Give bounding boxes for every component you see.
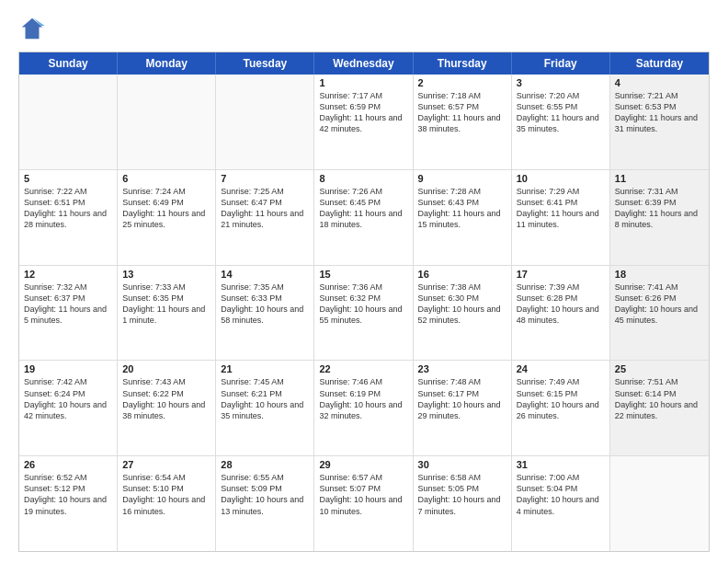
cell-details: Sunrise: 7:41 AM Sunset: 6:26 PM Dayligh… [615,282,704,327]
day-number: 13 [122,269,210,280]
day-number: 20 [122,363,210,374]
calendar-cell: 13Sunrise: 7:33 AM Sunset: 6:35 PM Dayli… [118,266,216,361]
calendar-cell: 4Sunrise: 7:21 AM Sunset: 6:53 PM Daylig… [610,75,709,169]
day-number: 18 [615,269,704,280]
cell-details: Sunrise: 7:49 AM Sunset: 6:15 PM Dayligh… [517,376,605,421]
header-day-saturday: Saturday [610,52,709,75]
day-number: 3 [517,77,605,88]
cell-details: Sunrise: 7:45 AM Sunset: 6:21 PM Dayligh… [221,376,309,421]
calendar-cell: 8Sunrise: 7:26 AM Sunset: 6:45 PM Daylig… [314,170,413,265]
day-number: 23 [418,363,506,374]
calendar-cell: 27Sunrise: 6:54 AM Sunset: 5:10 PM Dayli… [118,456,216,551]
cell-details: Sunrise: 7:00 AM Sunset: 5:04 PM Dayligh… [517,472,605,517]
header-day-monday: Monday [118,52,216,75]
calendar-row-2: 12Sunrise: 7:32 AM Sunset: 6:37 PM Dayli… [19,266,709,362]
calendar-row-4: 26Sunrise: 6:52 AM Sunset: 5:12 PM Dayli… [19,456,709,551]
cell-details: Sunrise: 6:55 AM Sunset: 5:09 PM Dayligh… [221,472,309,517]
calendar-row-0: 1Sunrise: 7:17 AM Sunset: 6:59 PM Daylig… [19,75,709,170]
calendar-cell [216,75,314,169]
calendar-cell [118,75,216,169]
page: SundayMondayTuesdayWednesdayThursdayFrid… [0,0,728,563]
day-number: 31 [517,459,605,470]
cell-details: Sunrise: 7:39 AM Sunset: 6:28 PM Dayligh… [517,282,605,327]
day-number: 26 [24,459,112,470]
calendar-cell: 15Sunrise: 7:36 AM Sunset: 6:32 PM Dayli… [314,266,413,361]
calendar-cell: 21Sunrise: 7:45 AM Sunset: 6:21 PM Dayli… [216,361,314,455]
calendar-cell: 12Sunrise: 7:32 AM Sunset: 6:37 PM Dayli… [19,266,118,361]
calendar-cell: 5Sunrise: 7:22 AM Sunset: 6:51 PM Daylig… [19,170,118,265]
cell-details: Sunrise: 7:32 AM Sunset: 6:37 PM Dayligh… [24,282,112,327]
calendar-cell: 29Sunrise: 6:57 AM Sunset: 5:07 PM Dayli… [314,456,413,551]
day-number: 8 [319,173,407,184]
day-number: 2 [418,77,506,88]
header-day-thursday: Thursday [414,52,512,75]
cell-details: Sunrise: 7:17 AM Sunset: 6:59 PM Dayligh… [319,90,407,135]
calendar-cell: 23Sunrise: 7:48 AM Sunset: 6:17 PM Dayli… [414,361,512,455]
calendar-cell: 9Sunrise: 7:28 AM Sunset: 6:43 PM Daylig… [414,170,512,265]
calendar-cell: 28Sunrise: 6:55 AM Sunset: 5:09 PM Dayli… [216,456,314,551]
day-number: 28 [221,459,309,470]
cell-details: Sunrise: 7:25 AM Sunset: 6:47 PM Dayligh… [221,186,309,231]
calendar-cell: 3Sunrise: 7:20 AM Sunset: 6:55 PM Daylig… [512,75,610,169]
calendar-cell: 7Sunrise: 7:25 AM Sunset: 6:47 PM Daylig… [216,170,314,265]
calendar-cell: 22Sunrise: 7:46 AM Sunset: 6:19 PM Dayli… [314,361,413,455]
day-number: 15 [319,269,407,280]
cell-details: Sunrise: 7:22 AM Sunset: 6:51 PM Dayligh… [24,186,112,231]
calendar-cell: 16Sunrise: 7:38 AM Sunset: 6:30 PM Dayli… [414,266,512,361]
header-day-sunday: Sunday [19,52,118,75]
calendar-cell: 6Sunrise: 7:24 AM Sunset: 6:49 PM Daylig… [118,170,216,265]
calendar-row-3: 19Sunrise: 7:42 AM Sunset: 6:24 PM Dayli… [19,361,709,456]
cell-details: Sunrise: 7:28 AM Sunset: 6:43 PM Dayligh… [418,186,506,231]
header-day-tuesday: Tuesday [216,52,314,75]
cell-details: Sunrise: 7:24 AM Sunset: 6:49 PM Dayligh… [122,186,210,231]
day-number: 6 [122,173,210,184]
cell-details: Sunrise: 7:48 AM Sunset: 6:17 PM Dayligh… [418,376,506,421]
cell-details: Sunrise: 7:18 AM Sunset: 6:57 PM Dayligh… [418,90,506,135]
calendar-cell: 25Sunrise: 7:51 AM Sunset: 6:14 PM Dayli… [610,361,709,455]
calendar-cell: 24Sunrise: 7:49 AM Sunset: 6:15 PM Dayli… [512,361,610,455]
calendar-cell: 2Sunrise: 7:18 AM Sunset: 6:57 PM Daylig… [414,75,512,169]
calendar-cell: 14Sunrise: 7:35 AM Sunset: 6:33 PM Dayli… [216,266,314,361]
calendar-cell: 30Sunrise: 6:58 AM Sunset: 5:05 PM Dayli… [414,456,512,551]
day-number: 9 [418,173,506,184]
cell-details: Sunrise: 7:43 AM Sunset: 6:22 PM Dayligh… [122,376,210,421]
cell-details: Sunrise: 7:36 AM Sunset: 6:32 PM Dayligh… [319,282,407,327]
cell-details: Sunrise: 7:31 AM Sunset: 6:39 PM Dayligh… [615,186,704,231]
logo-icon [18,15,46,42]
day-number: 14 [221,269,309,280]
calendar: SundayMondayTuesdayWednesdayThursdayFrid… [18,52,710,552]
header [18,15,710,42]
header-day-friday: Friday [512,52,610,75]
cell-details: Sunrise: 7:38 AM Sunset: 6:30 PM Dayligh… [418,282,506,327]
cell-details: Sunrise: 6:57 AM Sunset: 5:07 PM Dayligh… [319,472,407,517]
calendar-cell: 19Sunrise: 7:42 AM Sunset: 6:24 PM Dayli… [19,361,118,455]
day-number: 10 [517,173,605,184]
cell-details: Sunrise: 7:21 AM Sunset: 6:53 PM Dayligh… [615,90,704,135]
calendar-cell: 18Sunrise: 7:41 AM Sunset: 6:26 PM Dayli… [610,266,709,361]
day-number: 25 [615,363,704,374]
cell-details: Sunrise: 6:54 AM Sunset: 5:10 PM Dayligh… [122,472,210,517]
cell-details: Sunrise: 7:20 AM Sunset: 6:55 PM Dayligh… [517,90,605,135]
cell-details: Sunrise: 7:46 AM Sunset: 6:19 PM Dayligh… [319,376,407,421]
day-number: 30 [418,459,506,470]
cell-details: Sunrise: 6:52 AM Sunset: 5:12 PM Dayligh… [24,472,112,517]
cell-details: Sunrise: 7:33 AM Sunset: 6:35 PM Dayligh… [122,282,210,327]
calendar-cell: 17Sunrise: 7:39 AM Sunset: 6:28 PM Dayli… [512,266,610,361]
day-number: 19 [24,363,112,374]
cell-details: Sunrise: 7:26 AM Sunset: 6:45 PM Dayligh… [319,186,407,231]
svg-marker-0 [22,18,43,40]
calendar-cell [610,456,709,551]
calendar-cell: 10Sunrise: 7:29 AM Sunset: 6:41 PM Dayli… [512,170,610,265]
calendar-cell: 1Sunrise: 7:17 AM Sunset: 6:59 PM Daylig… [314,75,413,169]
calendar-row-1: 5Sunrise: 7:22 AM Sunset: 6:51 PM Daylig… [19,170,709,266]
calendar-cell [19,75,118,169]
day-number: 7 [221,173,309,184]
cell-details: Sunrise: 7:29 AM Sunset: 6:41 PM Dayligh… [517,186,605,231]
day-number: 29 [319,459,407,470]
day-number: 4 [615,77,704,88]
day-number: 22 [319,363,407,374]
cell-details: Sunrise: 6:58 AM Sunset: 5:05 PM Dayligh… [418,472,506,517]
calendar-cell: 31Sunrise: 7:00 AM Sunset: 5:04 PM Dayli… [512,456,610,551]
calendar-cell: 11Sunrise: 7:31 AM Sunset: 6:39 PM Dayli… [610,170,709,265]
day-number: 5 [24,173,112,184]
